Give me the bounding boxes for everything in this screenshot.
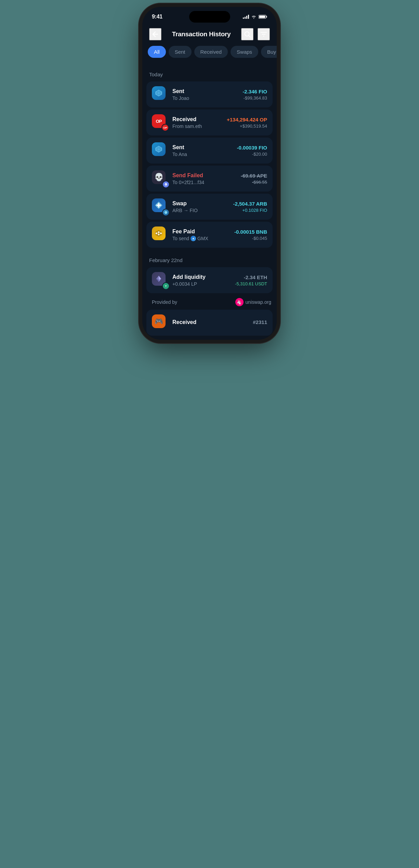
tx-amount-secondary: -$96.55 [241, 180, 267, 185]
nav-actions [241, 28, 270, 40]
provided-by-row: Provided by 🦄 uniswap.org [152, 298, 271, 306]
table-row[interactable]: 💀 Send Failed To 0×2f21...f34 [146, 166, 273, 192]
status-time: 9:41 [152, 14, 162, 20]
signal-bars-icon [243, 15, 249, 19]
svg-rect-1 [266, 16, 267, 18]
fee-subtitle-text: To send [172, 236, 189, 241]
tx-title: Received [172, 116, 223, 122]
phone-frame: 9:41 Tra [142, 7, 277, 340]
tx-subtitle: To send ▲ GMX [172, 236, 230, 241]
tab-received[interactable]: Received [194, 46, 228, 58]
table-row[interactable]: Sent To Ana -0.00039 FIO -$20.00 [146, 138, 273, 164]
tx-amount-primary: -2.346 FIO [243, 89, 267, 94]
tab-sent[interactable]: Sent [169, 46, 192, 58]
tx-amount-secondary: -5,310.61 USDT [235, 281, 267, 286]
tx-info: Sent To Joao [172, 88, 238, 101]
tx-info: Received [172, 319, 249, 326]
svg-marker-16 [165, 211, 167, 214]
tx-info: Add liquidity +0.0034 LP [172, 274, 231, 287]
tx-icon-fio-sent2 [152, 142, 168, 159]
tx-info: Send Failed To 0×2f21...f34 [172, 172, 237, 185]
tx-title: Fee Paid [172, 229, 230, 235]
nav-header: Transaction History [142, 24, 277, 46]
tx-amount-secondary: +$390,519.54 [227, 124, 267, 129]
tx-title: Swap [172, 200, 229, 207]
tx-amounts: -2,504.37 ARB +0.1028 FIO [233, 201, 267, 213]
provided-by-value: 🦄 uniswap.org [235, 298, 272, 306]
tx-amount-primary: -0.00039 FIO [237, 145, 267, 151]
tx-amounts: -2.34 ETH -5,310.61 USDT [235, 274, 267, 286]
tx-amounts: -2.346 FIO -$99,364.83 [243, 89, 267, 101]
monster-icon: 🎮 [152, 314, 166, 328]
today-section: Today Sent [142, 70, 277, 249]
fio-icon [152, 86, 166, 100]
tx-title: Add liquidity [172, 274, 231, 280]
provided-by-section: Provided by 🦄 uniswap.org [142, 295, 277, 310]
svg-marker-8 [165, 183, 166, 185]
table-row[interactable]: T Add liquidity +0.0034 LP -2.34 ETH -5,… [146, 267, 273, 293]
tab-buy[interactable]: Buy [261, 46, 277, 58]
today-label: Today [142, 70, 277, 81]
bnb-icon [152, 226, 166, 240]
tx-info: Sent To Ana [172, 144, 233, 157]
tx-icon-fio-sent [152, 86, 168, 103]
table-row[interactable]: 🎮 Received #2311 [146, 310, 273, 336]
status-icons [243, 15, 267, 19]
gmx-icon: ▲ [191, 236, 196, 241]
tx-subtitle: +0.0034 LP [172, 281, 231, 287]
eth-badge [162, 181, 170, 188]
svg-rect-15 [157, 205, 161, 206]
content-area: Today Sent [142, 65, 277, 336]
usdt-badge: T [162, 282, 170, 290]
fio-diamond-icon [155, 145, 163, 153]
tx-amounts: #2311 [253, 319, 267, 326]
tx-amounts: -69.69 APE -$96.55 [241, 173, 267, 185]
svg-marker-9 [166, 183, 167, 185]
wifi-icon [251, 15, 257, 19]
tx-subtitle: From sam.eth [172, 124, 223, 129]
tx-info: Swap ARB → FIO [172, 200, 229, 213]
tx-icon-ape: 💀 [152, 170, 168, 187]
filter-button[interactable] [258, 28, 270, 40]
tx-icon-arb [152, 198, 168, 215]
tx-amount-primary: -0.00015 BNB [234, 229, 267, 235]
tx-amount-primary: -2.34 ETH [235, 274, 267, 280]
uniswap-url: uniswap.org [246, 299, 272, 305]
tx-icon-bnb [152, 226, 168, 243]
tx-subtitle: To Ana [172, 152, 233, 157]
tx-subtitle: To Joao [172, 95, 238, 101]
tx-icon-eth-usdt: T [152, 272, 168, 288]
tx-info: Received From sam.eth [172, 116, 223, 129]
tx-amount-secondary: +0.1028 FIO [233, 208, 267, 213]
table-row[interactable]: Sent To Joao -2.346 FIO -$99,364.83 [146, 81, 273, 107]
tx-subtitle: To 0×2f21...f34 [172, 180, 237, 185]
table-row[interactable]: OP OP Received From sam.eth +134,294.424… [146, 109, 273, 135]
feb22-tx-list: T Add liquidity +0.0034 LP -2.34 ETH -5,… [142, 267, 277, 295]
tx-title: Sent [172, 88, 238, 94]
tx-amounts: +134,294.424 OP +$390,519.54 [227, 117, 267, 129]
feb22-section: February 22nd T [142, 256, 277, 295]
today-tx-list: Sent To Joao -2.346 FIO -$99,364.83 OP O [142, 81, 277, 249]
provided-by-label: Provided by [152, 299, 177, 305]
dynamic-island [189, 11, 230, 23]
tab-all[interactable]: All [148, 46, 166, 58]
tx-amount-primary: -69.69 APE [241, 173, 267, 179]
table-row[interactable]: Swap ARB → FIO -2,504.37 ARB +0.1028 FIO [146, 194, 273, 220]
tx-amount-primary: -2,504.37 ARB [233, 201, 267, 207]
tab-swaps[interactable]: Swaps [231, 46, 258, 58]
svg-rect-2 [259, 16, 265, 18]
tx-amount-primary: +134,294.424 OP [227, 117, 267, 122]
tx-amount-secondary: -$99,364.83 [243, 95, 267, 101]
uniswap-icon: 🦄 [235, 298, 244, 306]
op-badge: OP [161, 124, 169, 131]
tx-subtitle: ARB → FIO [172, 208, 229, 213]
back-button[interactable] [149, 28, 161, 40]
tx-amounts: -0.00039 FIO -$20.00 [237, 145, 267, 157]
tx-amount-secondary: -$0.045 [234, 236, 267, 241]
tx-amount-secondary: -$20.00 [237, 152, 267, 157]
search-button[interactable] [241, 28, 253, 40]
tx-title-failed: Send Failed [172, 172, 237, 179]
tx-info: Fee Paid To send ▲ GMX [172, 229, 230, 241]
table-row[interactable]: Fee Paid To send ▲ GMX -0.00015 BNB -$0.… [146, 222, 273, 248]
filter-tabs: All Sent Received Swaps Buy Se [142, 46, 277, 65]
